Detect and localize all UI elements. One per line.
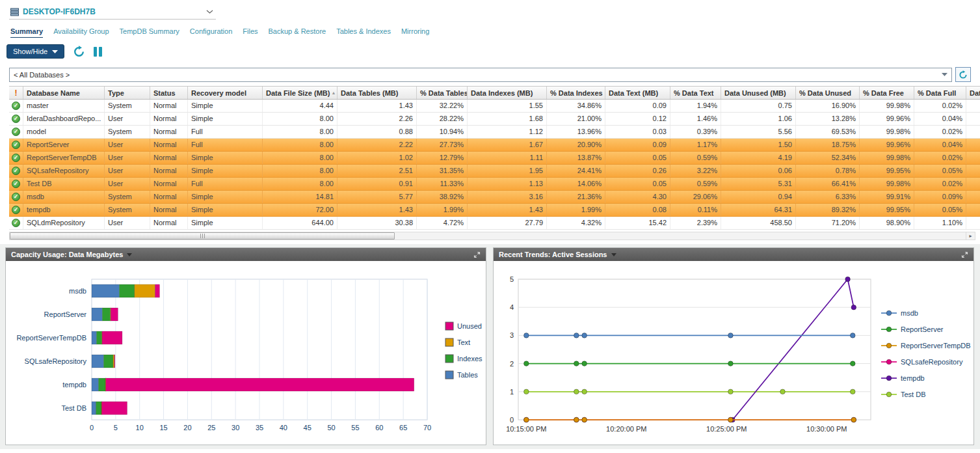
table-cell: Simple <box>188 152 263 164</box>
horizontal-scrollbar[interactable]: ▸ <box>9 232 975 240</box>
panel-collapse-icon[interactable] <box>473 251 481 258</box>
panel-collapse-icon[interactable] <box>961 251 968 258</box>
table-cell <box>966 152 980 164</box>
table-cell: 1.02 <box>338 152 417 164</box>
table-cell: 4.72% <box>417 217 468 229</box>
table-row[interactable]: ✓msdbSystemNormalSimple14.815.7738.92%3.… <box>9 191 980 204</box>
table-row[interactable]: ✓tempdbSystemNormalSimple72.001.431.99%1… <box>9 204 980 217</box>
table-cell: 99.95% <box>860 204 914 216</box>
column-header[interactable]: Status <box>150 87 188 99</box>
tab-files[interactable]: Files <box>243 27 258 38</box>
capacity-usage-panel: Capacity Usage: Data Megabytes 051015202… <box>5 247 486 445</box>
column-header[interactable]: Data Text (MB) <box>605 87 670 99</box>
table-cell: 1.13 <box>468 178 547 190</box>
table-cell: 458.50 <box>721 217 796 229</box>
svg-text:10: 10 <box>136 424 144 432</box>
table-row[interactable]: ✓SQLsafeRepositoryUserNormalSimple8.002.… <box>9 165 980 178</box>
column-header[interactable]: Data Unused (MB) <box>721 87 796 99</box>
column-header[interactable]: % Data Full <box>914 87 966 99</box>
row-status-cell: ✓ <box>9 178 23 190</box>
table-cell: 0.75 <box>721 100 796 112</box>
chevron-down-icon <box>52 50 58 53</box>
panel-title: Recent Trends: Active Sessions <box>499 251 607 258</box>
tab-tempdb-summary[interactable]: TempDB Summary <box>120 27 179 38</box>
panel-menu-caret-icon[interactable] <box>127 253 132 256</box>
scrollbar-thumb[interactable] <box>10 232 395 240</box>
table-cell: ReportServer <box>23 139 105 151</box>
panel-menu-caret-icon[interactable] <box>611 253 616 256</box>
refresh-icon[interactable] <box>73 46 85 58</box>
server-selector[interactable]: DESKTOP-IF6DH7B <box>9 6 216 20</box>
table-row[interactable]: ✓modelSystemNormalFull8.000.8810.94%1.12… <box>9 126 980 139</box>
pause-icon[interactable] <box>94 47 102 57</box>
alert-column-header[interactable]: ! <box>9 87 23 99</box>
table-cell: master <box>23 100 105 112</box>
table-cell: 31.35% <box>417 165 468 177</box>
table-cell <box>966 191 980 203</box>
table-cell: 0.59% <box>670 178 721 190</box>
database-filter-dropdown[interactable]: < All Databases > <box>9 68 952 82</box>
table-cell: 52.34% <box>796 152 860 164</box>
tab-summary[interactable]: Summary <box>10 27 43 38</box>
table-cell: 13.87% <box>547 152 605 164</box>
tab-tables-indexes[interactable]: Tables & Indexes <box>336 27 391 38</box>
table-cell: model <box>23 126 105 138</box>
column-header[interactable]: % Data Free <box>860 87 914 99</box>
svg-text:ReportServer: ReportServer <box>901 325 944 333</box>
table-cell: Normal <box>150 139 188 151</box>
column-header[interactable]: Data File Size (MB)▲ <box>263 87 338 99</box>
table-row[interactable]: ✓ReportServerTempDBUserNormalSimple8.001… <box>9 152 980 165</box>
tab-configuration[interactable]: Configuration <box>190 27 232 38</box>
table-cell: Simple <box>188 165 263 177</box>
tab-backup-restore[interactable]: Backup & Restore <box>269 27 326 38</box>
scrollbar-right-arrow[interactable]: ▸ <box>966 232 975 240</box>
table-cell: System <box>105 100 150 112</box>
table-cell: 0.78% <box>796 165 860 177</box>
tab-bar: SummaryAvailability GroupTempDB SummaryC… <box>10 27 980 38</box>
status-ok-icon: ✓ <box>12 193 20 201</box>
charts-area: Capacity Usage: Data Megabytes 051015202… <box>0 244 980 449</box>
table-row[interactable]: ✓masterSystemNormalSimple4.441.4332.22%1… <box>9 100 980 113</box>
table-row[interactable]: ✓ReportServerUserNormalFull8.002.2227.73… <box>9 139 980 152</box>
svg-text:Tables: Tables <box>457 371 478 379</box>
chevron-down-icon <box>206 10 213 14</box>
table-cell: 0.94 <box>721 191 796 203</box>
table-cell: 99.91% <box>860 191 914 203</box>
column-header[interactable]: % Data Text <box>670 87 721 99</box>
tab-availability-group[interactable]: Availability Group <box>53 27 109 38</box>
show-hide-button[interactable]: Show/Hide <box>7 44 64 59</box>
table-cell: 15.42 <box>605 217 670 229</box>
svg-text:1: 1 <box>510 388 514 396</box>
column-header[interactable]: % Data Indexes <box>547 87 605 99</box>
table-cell: 71.20% <box>796 217 860 229</box>
table-row[interactable]: ✓Test DBUserNormalFull8.000.9111.33%1.13… <box>9 178 980 191</box>
table-cell: 0.09 <box>605 100 670 112</box>
table-cell: Normal <box>150 178 188 190</box>
table-cell: Normal <box>150 191 188 203</box>
active-sessions-line-chart: 01234510:15:00 PM10:20:00 PM10:25:00 PM1… <box>494 261 973 445</box>
svg-text:3: 3 <box>510 331 514 339</box>
column-header[interactable]: Dat <box>966 87 980 99</box>
column-header[interactable]: Data Indexes (MB) <box>468 87 547 99</box>
svg-text:70: 70 <box>423 424 431 432</box>
table-row[interactable]: ✓SQLdmRepositoryUserNormalSimple644.0030… <box>9 217 980 230</box>
tab-mirroring[interactable]: Mirroring <box>401 27 429 38</box>
column-header[interactable]: % Data Unused <box>796 87 860 99</box>
column-header[interactable]: Type <box>105 87 150 99</box>
table-cell: 0.03 <box>605 126 670 138</box>
table-cell: 0.02% <box>914 178 966 190</box>
column-header[interactable]: % Data Tables <box>417 87 468 99</box>
server-name: DESKTOP-IF6DH7B <box>23 7 202 16</box>
table-cell: 34.86% <box>547 100 605 112</box>
column-header[interactable]: Database Name <box>23 87 105 99</box>
table-row[interactable]: ✓IderaDashboardRepo...UserNormalSimple8.… <box>9 113 980 126</box>
database-filter-value: < All Databases > <box>14 71 942 79</box>
status-ok-icon: ✓ <box>12 167 20 175</box>
table-cell: 20.90% <box>547 139 605 151</box>
grid-refresh-button[interactable] <box>955 67 971 82</box>
column-header[interactable]: Recovery model <box>188 87 263 99</box>
svg-text:55: 55 <box>351 424 359 432</box>
table-cell: 6.33% <box>796 191 860 203</box>
table-cell: 1.46% <box>670 113 721 125</box>
column-header[interactable]: Data Tables (MB) <box>338 87 417 99</box>
